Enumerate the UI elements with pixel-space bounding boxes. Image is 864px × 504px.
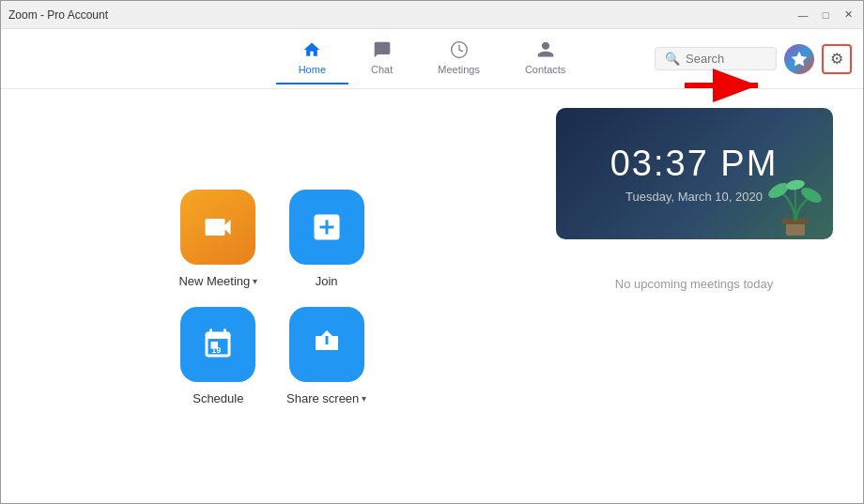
chat-tab-label: Chat [371,64,393,75]
search-icon: 🔍 [665,52,680,66]
action-grid: New Meeting ▾ Join [178,190,367,405]
tab-home[interactable]: Home [276,33,348,84]
new-meeting-button[interactable] [180,190,255,265]
new-meeting-dropdown-arrow: ▾ [253,276,257,286]
gear-icon: ⚙ [830,50,843,68]
chat-icon [373,40,392,61]
home-icon [302,40,321,61]
svg-marker-1 [792,51,808,66]
contacts-tab-label: Contacts [525,64,565,75]
join-label: Join [316,274,338,288]
left-panel: New Meeting ▾ Join [1,89,544,504]
navbar: Home Chat Meetings [1,29,863,89]
minimize-button[interactable]: — [795,8,810,23]
close-button[interactable]: ✕ [841,8,856,23]
avatar[interactable] [784,44,814,74]
new-meeting-item[interactable]: New Meeting ▾ [178,190,257,288]
settings-button[interactable]: ⚙ [822,44,852,74]
right-panel: 03:37 PM Tuesday, March 10, 2020 [544,89,863,504]
meetings-tab-label: Meetings [438,64,480,75]
plant-decoration [767,164,824,239]
schedule-item[interactable]: 19 Schedule [180,307,255,405]
no-meetings-text: No upcoming meetings today [615,277,773,291]
search-box[interactable]: 🔍 [655,47,777,70]
search-input[interactable] [686,52,761,66]
home-tab-label: Home [299,64,326,75]
share-screen-label: Share screen ▾ [286,391,366,405]
join-button[interactable] [289,190,364,265]
tab-chat[interactable]: Chat [348,33,415,84]
main-content: New Meeting ▾ Join [1,89,863,504]
clock-date: Tuesday, March 10, 2020 [625,190,763,204]
clock-card: 03:37 PM Tuesday, March 10, 2020 [556,108,833,239]
share-screen-item[interactable]: Share screen ▾ [286,307,366,405]
svg-text:19: 19 [212,345,222,355]
schedule-label: Schedule [193,391,243,405]
share-screen-button[interactable] [289,307,364,382]
tab-contacts[interactable]: Contacts [502,33,588,84]
clock-time: 03:37 PM [610,144,779,184]
tab-meetings[interactable]: Meetings [415,33,502,84]
join-item[interactable]: Join [289,190,364,288]
nav-right: 🔍 ⚙ [655,44,852,74]
new-meeting-label: New Meeting ▾ [178,274,257,288]
share-screen-dropdown-arrow: ▾ [362,393,366,404]
contacts-icon [536,40,555,61]
titlebar: Zoom - Pro Account — □ ✕ [1,1,863,29]
schedule-button[interactable]: 19 [180,307,255,382]
maximize-button[interactable]: □ [818,8,833,23]
window-controls: — □ ✕ [795,8,856,23]
app-title: Zoom - Pro Account [8,8,108,22]
svg-rect-5 [786,222,805,236]
meetings-icon [450,40,469,61]
